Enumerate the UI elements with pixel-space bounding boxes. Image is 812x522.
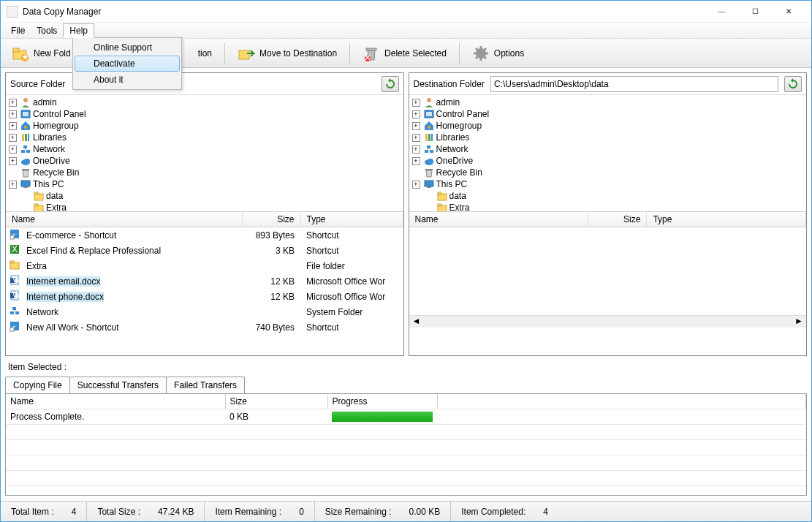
- options-label: Options: [494, 48, 524, 58]
- file-row[interactable]: WInternet email.docx12 KBMicrosoft Offic…: [6, 273, 403, 289]
- tree-item[interactable]: +This PC: [9, 178, 401, 190]
- file-row[interactable]: WInternet phone.docx12 KBMicrosoft Offic…: [6, 289, 403, 304]
- file-row[interactable]: XExcel Find & Replace Professional3 KBSh…: [6, 243, 403, 258]
- tree-item[interactable]: +Homegroup: [412, 120, 804, 132]
- tree-item[interactable]: Extra: [412, 202, 804, 212]
- total-item-value: 4: [72, 507, 77, 517]
- svg-rect-1: [13, 48, 19, 52]
- destination-path-input[interactable]: [490, 76, 778, 92]
- menu-tools[interactable]: Tools: [31, 24, 63, 37]
- svg-rect-48: [12, 307, 16, 310]
- tab-failed[interactable]: Failed Transfers: [166, 377, 245, 393]
- col-size[interactable]: Size: [225, 394, 327, 409]
- expander-icon[interactable]: +: [412, 145, 420, 154]
- tree-item[interactable]: +Control Panel: [412, 108, 804, 120]
- svg-rect-54: [426, 112, 432, 116]
- tree-item[interactable]: +OneDrive: [9, 155, 401, 167]
- destination-panel: Destination Folder +admin+Control Panel+…: [409, 72, 808, 356]
- svg-rect-18: [22, 134, 24, 141]
- delete-label: Delete Selected: [384, 48, 447, 58]
- destination-refresh-button[interactable]: [784, 76, 802, 92]
- app-title: Data Copy Manager: [23, 7, 705, 17]
- tree-item-label: Control Panel: [436, 109, 490, 119]
- tree-item[interactable]: +OneDrive: [412, 155, 804, 167]
- expander-icon[interactable]: +: [412, 122, 420, 130]
- svg-rect-33: [34, 204, 38, 206]
- tab-copying[interactable]: Copying File: [5, 377, 70, 393]
- maximize-button[interactable]: ☐: [738, 1, 772, 23]
- tree-item[interactable]: Recycle Bin: [9, 167, 401, 178]
- col-name[interactable]: Name: [6, 212, 242, 227]
- tree-item[interactable]: Extra: [9, 202, 401, 212]
- expander-icon[interactable]: +: [9, 157, 17, 165]
- tree-item[interactable]: +This PC: [412, 178, 804, 190]
- menu-about[interactable]: About it: [75, 72, 180, 88]
- tree-item[interactable]: +Network: [9, 143, 401, 155]
- svg-rect-69: [438, 192, 441, 194]
- svg-text:★: ★: [21, 52, 29, 62]
- truncated-button[interactable]: tion: [190, 45, 220, 62]
- net-icon: [9, 309, 20, 319]
- file-row[interactable]: E-commerce - Shortcut893 BytesShortcut: [6, 227, 403, 243]
- svg-rect-67: [427, 186, 431, 188]
- svg-text:W: W: [12, 274, 20, 284]
- tree-item[interactable]: +admin: [412, 97, 804, 108]
- expander-icon[interactable]: +: [9, 134, 17, 142]
- expander-icon[interactable]: +: [9, 145, 17, 154]
- tab-successful[interactable]: Successful Transfers: [69, 377, 167, 393]
- tree-item[interactable]: +Homegroup: [9, 120, 401, 132]
- source-files[interactable]: Name Size Type E-commerce - Shortcut893 …: [6, 212, 403, 355]
- tree-item[interactable]: +Network: [412, 143, 804, 155]
- col-name[interactable]: Name: [409, 212, 588, 227]
- source-tree[interactable]: +admin+Control Panel+Homegroup+Libraries…: [6, 95, 403, 212]
- minimize-button[interactable]: —: [705, 1, 738, 23]
- tree-item[interactable]: +Libraries: [9, 132, 401, 143]
- delete-button[interactable]: ✕ Delete Selected: [354, 41, 455, 66]
- tree-item-label: Libraries: [436, 132, 470, 143]
- new-folder-button[interactable]: ★ New Fold: [4, 41, 79, 66]
- options-button[interactable]: Options: [464, 41, 532, 66]
- file-row[interactable]: New All Work - Shortcut740 BytesShortcut: [6, 319, 403, 335]
- expander-icon[interactable]: +: [9, 110, 17, 118]
- destination-files[interactable]: Name Size Type ◄►: [409, 212, 807, 355]
- tree-item[interactable]: +admin: [9, 97, 401, 108]
- tree-item[interactable]: Recycle Bin: [412, 167, 804, 178]
- expander-icon[interactable]: +: [412, 181, 420, 189]
- col-type[interactable]: Type: [300, 212, 403, 227]
- col-type[interactable]: Type: [647, 212, 806, 227]
- separator: [224, 43, 225, 64]
- svg-rect-5: [366, 48, 376, 50]
- tree-item[interactable]: data: [412, 190, 804, 202]
- menu-help[interactable]: Help: [63, 23, 94, 38]
- expander-icon[interactable]: +: [9, 99, 17, 107]
- expander-icon[interactable]: +: [412, 110, 420, 118]
- destination-tree[interactable]: +admin+Control Panel+Homegroup+Libraries…: [409, 95, 807, 212]
- col-name[interactable]: Name: [6, 394, 225, 409]
- tree-item[interactable]: data: [9, 190, 401, 202]
- move-button[interactable]: Move to Destination: [229, 41, 345, 66]
- tree-item-label: This PC: [436, 179, 468, 189]
- source-panel: Source Folder +admin+Control Panel+Homeg…: [5, 72, 404, 356]
- tree-item-label: Network: [33, 144, 65, 154]
- tree-item[interactable]: +Control Panel: [9, 108, 401, 120]
- expander-icon[interactable]: +: [412, 157, 420, 165]
- menu-online-support[interactable]: Online Support: [75, 39, 180, 56]
- col-size[interactable]: Size: [588, 212, 647, 227]
- col-size[interactable]: Size: [242, 212, 300, 227]
- tree-item[interactable]: +Libraries: [412, 132, 804, 143]
- menu-file[interactable]: File: [5, 24, 31, 37]
- file-row[interactable]: ExtraFile folder: [6, 258, 403, 273]
- expander-icon[interactable]: +: [9, 122, 17, 130]
- source-refresh-button[interactable]: [382, 76, 399, 92]
- expander-icon[interactable]: +: [412, 134, 420, 142]
- col-progress[interactable]: Progress: [327, 394, 437, 409]
- expander-icon[interactable]: +: [9, 181, 17, 189]
- close-button[interactable]: ✕: [772, 1, 805, 23]
- svg-rect-59: [425, 150, 428, 153]
- tree-item-label: Recycle Bin: [436, 167, 482, 178]
- pc-icon: [20, 178, 31, 190]
- file-row[interactable]: NetworkSystem Folder: [6, 304, 403, 319]
- menu-deactivate[interactable]: Deactivate: [75, 56, 180, 72]
- folder-icon: [9, 262, 20, 273]
- expander-icon[interactable]: +: [412, 99, 420, 107]
